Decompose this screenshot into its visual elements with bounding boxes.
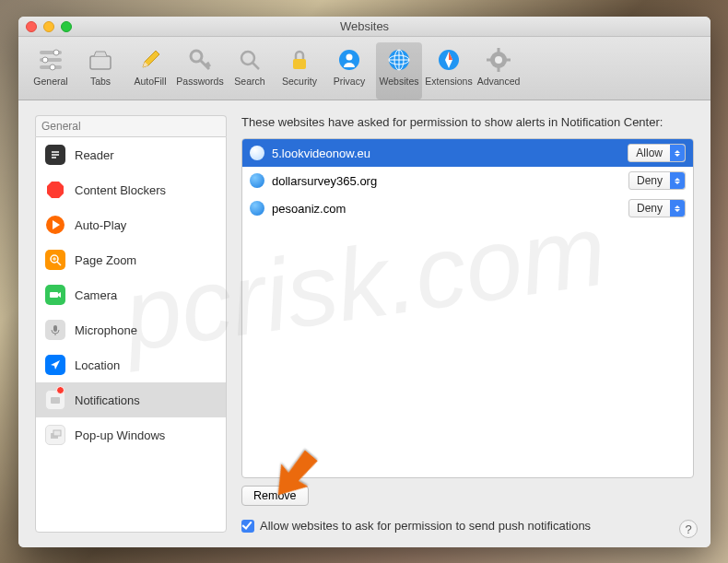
sidebar-item-label: Pop-up Windows <box>75 428 165 442</box>
tab-advanced[interactable]: Advanced <box>476 42 522 100</box>
location-icon <box>45 355 65 375</box>
sidebar-item-popup-windows[interactable]: Pop-up Windows <box>36 417 226 452</box>
svg-point-11 <box>346 54 353 61</box>
compass-icon <box>435 46 463 74</box>
sidebar-item-label: Camera <box>75 288 117 302</box>
tab-privacy[interactable]: Privacy <box>326 42 372 100</box>
tab-label: Extensions <box>425 76 472 87</box>
main-panel: These websites have asked for permission… <box>241 115 694 533</box>
sidebar-item-notifications[interactable]: Notifications <box>36 382 226 417</box>
chevron-icon <box>670 200 685 217</box>
close-button[interactable] <box>26 21 37 32</box>
sidebar-item-label: Page Zoom <box>75 253 136 267</box>
permission-select[interactable]: Allow <box>628 144 686 162</box>
zoom-icon <box>45 250 65 270</box>
description-text: These websites have asked for permission… <box>241 115 694 129</box>
search-icon <box>236 46 264 74</box>
svg-rect-36 <box>53 325 57 332</box>
tab-passwords[interactable]: Passwords <box>177 42 223 100</box>
globe-icon <box>385 46 413 74</box>
tab-general[interactable]: General <box>28 42 74 100</box>
sidebar-item-page-zoom[interactable]: Page Zoom <box>36 242 226 277</box>
permission-select[interactable]: Deny <box>628 171 686 190</box>
sidebar-item-label: Reader <box>75 148 114 162</box>
tab-websites[interactable]: Websites <box>376 42 422 100</box>
website-row[interactable]: 5.lookvideonow.eu Allow <box>242 139 693 167</box>
sidebar-list: Reader Content Blockers Auto-Play <box>35 136 227 533</box>
chevron-icon <box>670 172 685 189</box>
svg-rect-41 <box>53 430 61 436</box>
minimize-button[interactable] <box>43 21 54 32</box>
svg-point-8 <box>241 52 254 65</box>
website-row[interactable]: pesoaniz.com Deny <box>242 194 693 222</box>
tab-label: AutoFill <box>134 76 166 87</box>
permission-value: Allow <box>628 145 670 161</box>
permission-value: Deny <box>629 172 670 189</box>
tab-label: Privacy <box>334 76 365 87</box>
sidebar-item-microphone[interactable]: Microphone <box>36 312 226 347</box>
svg-point-5 <box>50 65 55 70</box>
switches-icon <box>37 46 65 74</box>
sidebar-item-content-blockers[interactable]: Content Blockers <box>36 172 226 207</box>
help-button[interactable]: ? <box>679 520 698 538</box>
svg-rect-22 <box>487 59 491 62</box>
content-area: General Reader Content Blockers <box>18 100 710 547</box>
tab-label: Search <box>234 76 264 87</box>
chevron-icon <box>670 145 685 161</box>
svg-point-19 <box>495 56 502 64</box>
remove-button[interactable]: Remove <box>241 486 309 506</box>
traffic-lights <box>26 21 72 32</box>
sidebar-item-auto-play[interactable]: Auto-Play <box>36 207 226 242</box>
camera-icon <box>45 285 65 305</box>
tab-search[interactable]: Search <box>227 42 273 100</box>
globe-icon <box>250 201 264 216</box>
svg-rect-34 <box>50 292 58 298</box>
sidebar-item-camera[interactable]: Camera <box>36 277 226 312</box>
svg-rect-23 <box>506 59 511 62</box>
svg-rect-6 <box>90 56 111 69</box>
tab-tabs[interactable]: Tabs <box>77 42 123 100</box>
website-domain: dollarsurvey365.org <box>272 174 621 188</box>
tab-security[interactable]: Security <box>276 42 323 100</box>
svg-marker-38 <box>51 360 60 369</box>
website-domain: pesoaniz.com <box>272 202 621 216</box>
globe-icon <box>250 173 264 188</box>
sidebar-item-location[interactable]: Location <box>36 347 226 382</box>
badge-dot <box>56 386 65 394</box>
sidebar-item-label: Auto-Play <box>75 218 126 232</box>
svg-rect-21 <box>498 67 500 72</box>
reader-icon <box>45 145 65 165</box>
checkbox-checked-icon[interactable] <box>241 520 254 533</box>
play-icon <box>45 215 65 235</box>
key-icon <box>186 46 214 74</box>
stop-icon <box>45 180 65 200</box>
toolbar: General Tabs AutoFill Passwords Search <box>18 37 710 100</box>
website-domain: 5.lookvideonow.eu <box>272 147 620 160</box>
tab-label: Websites <box>380 76 419 87</box>
tab-label: Passwords <box>176 76 223 87</box>
remove-row: Remove <box>241 486 694 506</box>
tab-autofill[interactable]: AutoFill <box>127 42 173 100</box>
permission-value: Deny <box>629 200 670 217</box>
gear-icon <box>485 46 512 74</box>
allow-checkbox-row[interactable]: Allow websites to ask for permission to … <box>241 519 694 533</box>
svg-line-31 <box>57 262 61 265</box>
maximize-button[interactable] <box>61 21 72 32</box>
websites-list: 5.lookvideonow.eu Allow dollarsurvey365.… <box>241 138 694 478</box>
tab-label: Advanced <box>477 76 521 87</box>
tab-label: General <box>33 76 67 87</box>
svg-rect-39 <box>51 397 60 404</box>
svg-point-3 <box>42 57 48 63</box>
globe-icon <box>250 146 264 160</box>
sidebar-item-reader[interactable]: Reader <box>36 137 226 172</box>
permission-select[interactable]: Deny <box>628 199 686 217</box>
svg-point-1 <box>53 50 59 55</box>
microphone-icon <box>45 320 65 340</box>
titlebar: Websites <box>18 17 710 37</box>
svg-rect-20 <box>498 48 500 53</box>
privacy-icon <box>335 46 363 74</box>
website-row[interactable]: dollarsurvey365.org Deny <box>242 167 693 194</box>
sidebar: General Reader Content Blockers <box>35 115 227 533</box>
tab-label: Security <box>282 76 317 87</box>
tab-extensions[interactable]: Extensions <box>426 42 472 100</box>
